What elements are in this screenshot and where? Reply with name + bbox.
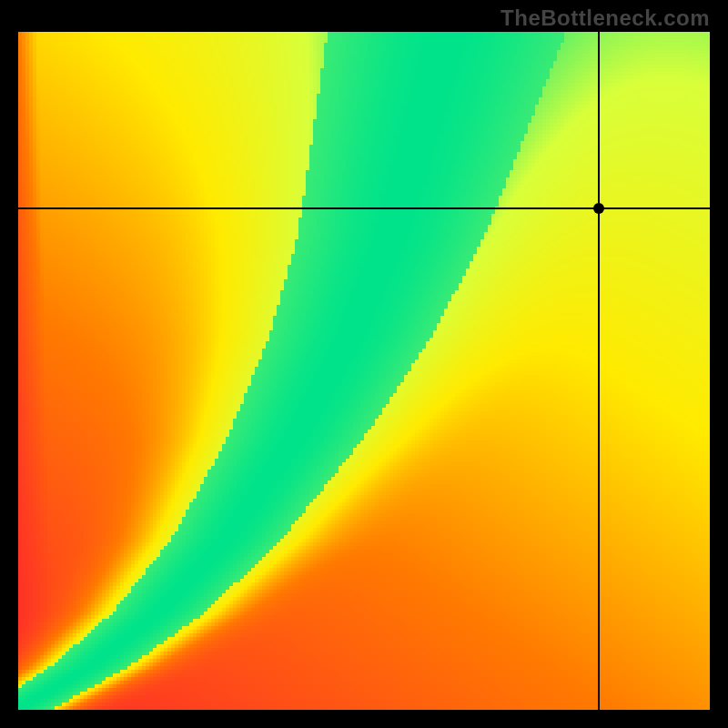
watermark-text: TheBottleneck.com bbox=[500, 5, 710, 31]
heatmap-canvas bbox=[18, 32, 710, 710]
chart-frame: TheBottleneck.com bbox=[0, 0, 728, 728]
plot-area bbox=[18, 32, 710, 710]
